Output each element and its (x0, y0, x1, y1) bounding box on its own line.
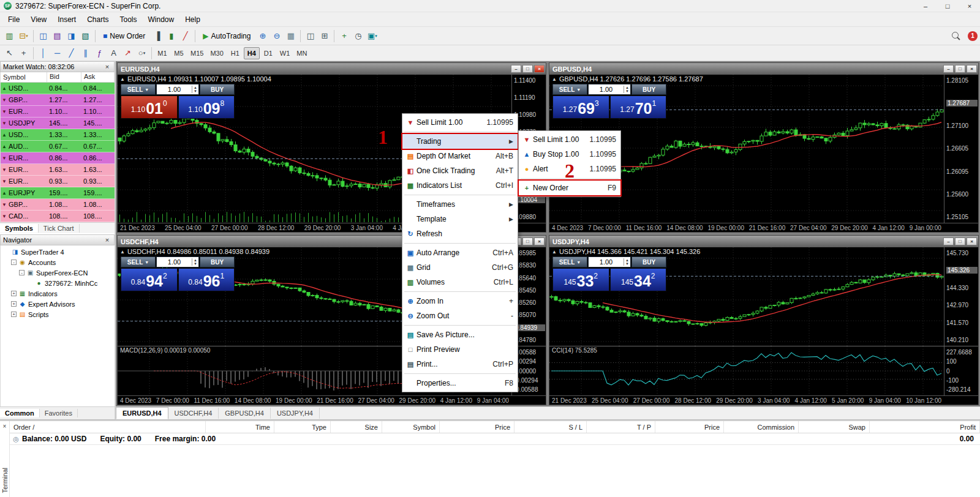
zoom-in-icon[interactable]: ⊕ (255, 29, 270, 43)
spinner-arrows-icon[interactable]: ▲▼ (192, 86, 198, 93)
chart-plot[interactable]: ▲ USDJPY,H4 145.366 145.421 145.304 145.… (549, 247, 944, 346)
menu-item-sell-limit-1-00[interactable]: ▼Sell Limit 1.001.10995 (519, 132, 620, 147)
search-icon[interactable] (949, 29, 963, 43)
terminal-column-s-l[interactable]: S / L (514, 421, 587, 433)
bar-chart-icon[interactable]: ▐ (150, 29, 164, 43)
market-watch-row[interactable]: ▼GBP...1.08...1.08... (1, 199, 115, 211)
menubar-item[interactable]: Window (143, 13, 180, 26)
menu-item-one-click-trading[interactable]: ◧One Click TradingAlt+T (402, 163, 518, 178)
expand-icon[interactable]: + (11, 301, 17, 307)
menu-item-depth-of-market[interactable]: ▤Depth Of MarketAlt+B (402, 149, 518, 163)
terminal-panel-icon[interactable]: ▧ (78, 29, 92, 43)
chart-minimize-button[interactable]: – (943, 237, 954, 245)
chart-tab[interactable]: USDJPY,H4 (271, 408, 320, 419)
chart-close-button[interactable]: × (967, 65, 977, 73)
navigator-tab[interactable]: Common (0, 409, 40, 417)
market-watch-row[interactable]: ▲EURJPY159....159.... (1, 187, 115, 199)
menu-item-volumes[interactable]: ▥VolumesCtrl+L (402, 275, 518, 290)
chart-maximize-button[interactable]: □ (955, 237, 965, 245)
time-icon[interactable]: ◷ (351, 29, 365, 43)
sell-price[interactable]: 145332 (552, 268, 609, 291)
candlestick-chart-icon[interactable]: ▮ (164, 29, 178, 43)
collapse-icon[interactable]: - (19, 270, 24, 275)
expand-icon[interactable]: + (11, 312, 17, 317)
menu-item-auto-arrange[interactable]: ▣Auto ArrangeCtrl+A (402, 245, 518, 260)
column-ask[interactable]: Ask (81, 72, 115, 82)
terminal-column-symbol[interactable]: Symbol (382, 421, 440, 433)
timeframe-button[interactable]: M30 (207, 47, 226, 59)
chart-close-button[interactable]: × (534, 237, 545, 245)
lot-size-stepper[interactable]: 1.00▲▼ (588, 256, 631, 267)
chart-title-bar[interactable]: GBPUSD,H4 – □ × (549, 63, 978, 75)
market-watch-row[interactable]: ▼CAD...108....108.... (1, 211, 115, 222)
menu-item-save-as-picture[interactable]: ▤Save As Picture... (402, 327, 518, 342)
shapes-icon[interactable]: ○▾ (135, 47, 149, 60)
close-button[interactable]: × (960, 1, 979, 12)
column-symbol[interactable]: Symbol (1, 72, 47, 82)
crosshair-icon[interactable]: + (17, 47, 31, 60)
terminal-column-size[interactable]: Size (331, 421, 382, 433)
menu-item-sell-limit-1-00[interactable]: ▼Sell Limit 1.001.10995 (402, 115, 518, 130)
trendline-icon[interactable]: ╱ (64, 47, 78, 60)
menubar-item[interactable]: Help (179, 13, 206, 26)
navigator-item-scripts[interactable]: +▤Scripts (1, 309, 115, 320)
timeframe-button[interactable]: M15 (187, 47, 206, 59)
sell-button[interactable]: SELL▼ (552, 84, 587, 95)
zoom-out-icon[interactable]: ⊖ (270, 29, 284, 43)
lot-size-stepper[interactable]: 1.00▲▼ (588, 84, 631, 95)
minimize-button[interactable]: – (916, 1, 935, 12)
spinner-arrows-icon[interactable]: ▲▼ (192, 258, 198, 266)
buy-price[interactable]: 1.10098 (178, 95, 235, 119)
menubar-item[interactable]: File (2, 13, 25, 26)
market-watch-row[interactable]: ▼EUR...0.86...0.86... (1, 152, 115, 164)
navigator-item-indicators[interactable]: +▦Indicators (1, 288, 115, 299)
market-watch-icon[interactable]: ◫ (36, 29, 50, 43)
expand-icon[interactable]: + (11, 291, 17, 296)
terminal-column-commission[interactable]: Commission (724, 421, 799, 433)
line-chart-icon[interactable]: ╱ (178, 29, 192, 43)
timeframe-button[interactable]: H1 (227, 47, 243, 59)
menu-item-new-order[interactable]: +New OrderF9 (519, 181, 620, 195)
terminal-column-price[interactable]: Price (655, 421, 724, 433)
terminal-column-swap[interactable]: Swap (799, 421, 870, 433)
menu-item-indicators-list[interactable]: ▦Indicators ListCtrl+I (402, 178, 518, 193)
buy-button[interactable]: BUY (631, 256, 666, 267)
buy-price[interactable]: 0.84961 (178, 268, 235, 291)
sell-price[interactable]: 1.27693 (552, 95, 609, 119)
market-watch-row[interactable]: ▲USD...1.33...1.33... (1, 129, 115, 141)
profiles-icon[interactable]: ⊟▾ (17, 29, 31, 43)
chart-minimize-button[interactable]: – (511, 65, 521, 73)
chart-tab[interactable]: GBPUSD,H4 (219, 408, 271, 419)
data-window-icon[interactable]: ▤ (50, 29, 64, 43)
sell-button[interactable]: SELL▼ (552, 256, 587, 267)
menu-item-grid[interactable]: ▦GridCtrl+G (402, 260, 518, 275)
sell-button[interactable]: SELL▼ (121, 256, 156, 267)
maximize-button[interactable]: □ (938, 1, 957, 12)
text-label-icon[interactable]: A (107, 47, 121, 60)
menu-item-zoom-in[interactable]: ⊕Zoom In+ (402, 294, 518, 308)
autotrading-button[interactable]: ▶ AutoTrading (198, 30, 255, 42)
notifications-badge[interactable]: 1 (968, 31, 978, 41)
market-watch-row[interactable]: ▲AUD...0.67...0.67... (1, 141, 115, 152)
terminal-panel-label[interactable]: Terminal (1, 468, 9, 493)
timeframe-button[interactable]: M5 (171, 47, 187, 59)
buy-price[interactable]: 1.27701 (610, 95, 667, 119)
market-watch-row[interactable]: ▼USDJPY145....145.... (1, 118, 115, 129)
menu-item-print[interactable]: ▤Print...Ctrl+P (402, 357, 518, 372)
timeframe-button[interactable]: H4 (244, 47, 260, 59)
terminal-column-price[interactable]: Price (440, 421, 514, 433)
menu-item-template[interactable]: Template▶ (402, 212, 518, 226)
timeframe-button[interactable]: MN (293, 47, 310, 59)
navigator-close-icon[interactable]: × (103, 236, 111, 244)
screenshot-icon[interactable]: ▣▾ (365, 29, 379, 43)
lot-size-stepper[interactable]: 1.00▲▼ (156, 256, 199, 267)
menu-item-refresh[interactable]: ↻Refresh (402, 226, 518, 241)
vertical-line-icon[interactable]: │ (36, 47, 50, 60)
market-watch-row[interactable]: ▼GBP...1.27...1.27... (1, 94, 115, 106)
chart-title-bar[interactable]: USDJPY,H4 – □ × (549, 236, 978, 247)
spinner-arrows-icon[interactable]: ▲▼ (624, 86, 630, 93)
terminal-column-order[interactable]: Order / (10, 421, 206, 433)
channel-icon[interactable]: ∥ (78, 47, 92, 60)
indicator-subwindow-cci[interactable]: CCI(14) 75.5285 (549, 346, 944, 395)
cursor-icon[interactable]: ↖ (2, 47, 17, 60)
